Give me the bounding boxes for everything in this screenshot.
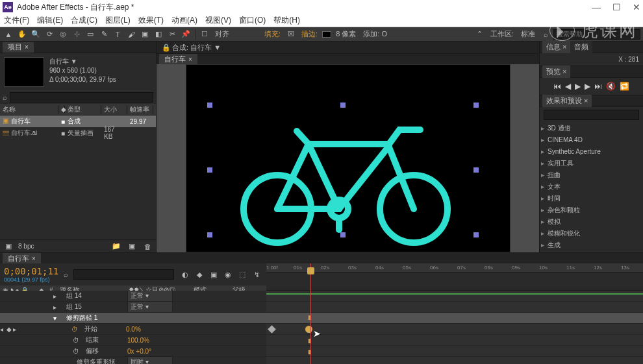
effects-search-input[interactable] xyxy=(544,110,639,120)
new-comp-icon[interactable]: ▣ xyxy=(126,241,138,252)
selection-tool-icon[interactable]: ▲ xyxy=(3,29,14,40)
effect-category[interactable]: ▸生成 xyxy=(540,239,643,251)
effect-category[interactable]: ▸Synthetic Aperture xyxy=(540,146,643,158)
offset-value[interactable]: 0x +0.0° xyxy=(127,348,151,355)
mute-icon[interactable]: 🔇 xyxy=(606,82,616,91)
search-icon[interactable]: ⌕ xyxy=(3,93,7,101)
effect-category[interactable]: ▸杂色和颗粒 xyxy=(540,204,643,216)
trash-icon[interactable]: 🗑 xyxy=(142,241,153,252)
end-value[interactable]: 100.0% xyxy=(127,337,149,344)
effect-category[interactable]: ▸实用工具 xyxy=(540,158,643,169)
project-tab[interactable]: 项目× xyxy=(3,42,34,53)
menu-effect[interactable]: 效果(T) xyxy=(138,15,164,26)
comp-name[interactable]: 自行车 ▼ xyxy=(49,57,116,66)
audio-tab[interactable]: 音频 xyxy=(570,41,592,53)
menu-anim[interactable]: 动画(A) xyxy=(171,15,197,26)
comp-tab[interactable]: 自行车× xyxy=(159,54,197,64)
stopwatch-icon[interactable]: ⏱ xyxy=(71,326,81,333)
effect-category[interactable]: ▸CINEMA 4D xyxy=(540,134,643,146)
menu-comp[interactable]: 合成(C) xyxy=(71,15,97,26)
menu-window[interactable]: 窗口(O) xyxy=(239,15,266,26)
clone-tool-icon[interactable]: ▣ xyxy=(139,29,151,40)
layer-row[interactable]: ▸ 组 14 正常 ▾ xyxy=(0,291,266,302)
anchor-tool-icon[interactable]: ⊹ xyxy=(71,29,82,40)
loop-icon[interactable]: 🔁 xyxy=(620,82,629,91)
keyframe-selected-icon[interactable] xyxy=(305,326,312,333)
text-tool-icon[interactable]: T xyxy=(112,29,123,40)
property-row[interactable]: ⏱ 结束 100.0% xyxy=(0,335,266,346)
timeline-timecode[interactable]: 0;00;01;11 xyxy=(4,266,58,276)
stroke-px[interactable]: 8 像素 xyxy=(333,29,359,39)
prev-frame-icon[interactable]: ◀ xyxy=(565,82,571,91)
property-row[interactable]: ⏱ 偏移 0x +0.0° xyxy=(0,346,266,357)
blend-mode-dropdown[interactable]: 正常 ▾ xyxy=(127,301,173,313)
effect-category[interactable]: ▸文本 xyxy=(540,181,643,193)
info-tab[interactable]: 信息 × xyxy=(542,41,570,53)
blend-mode-dropdown[interactable]: 正常 ▾ xyxy=(127,291,173,302)
bezier-icon[interactable]: ⌃ xyxy=(474,29,486,40)
property-row[interactable]: 修剪多重形状 同时 ▾ xyxy=(0,357,266,364)
preview-tab[interactable]: 预览 × xyxy=(542,66,570,78)
effect-category[interactable]: ▸模拟 xyxy=(540,216,643,228)
puppet-tool-icon[interactable]: 📌 xyxy=(180,29,192,40)
tl-tool-icon[interactable]: ▣ xyxy=(208,269,220,280)
search-icon[interactable]: ⌕ xyxy=(64,271,68,278)
comp-header-label[interactable]: 合成: 自行车 ▼ xyxy=(172,43,221,53)
effect-category[interactable]: ▸扭曲 xyxy=(540,169,643,181)
layer-row[interactable]: ▸ 组 15 正常 ▾ xyxy=(0,302,266,313)
close-icon[interactable]: × xyxy=(188,56,192,63)
keyframe-icon[interactable] xyxy=(268,325,276,334)
timeline-search-input[interactable] xyxy=(73,269,174,280)
col-fps[interactable]: 帧速率 xyxy=(127,105,153,114)
effect-category[interactable]: ▸3D 通道 xyxy=(540,123,643,134)
tl-tool-icon[interactable]: ↯ xyxy=(251,269,262,280)
maximize-button[interactable]: ☐ xyxy=(612,2,621,12)
project-item[interactable]: ▣ 自行车 ■ 合成 29.97 xyxy=(0,115,156,127)
start-value[interactable]: 0.0% xyxy=(126,326,141,333)
rect-tool-icon[interactable]: ▭ xyxy=(84,29,96,40)
menu-view[interactable]: 视图(V) xyxy=(205,15,231,26)
last-frame-icon[interactable]: ⏭ xyxy=(594,82,602,91)
roto-tool-icon[interactable]: ✂ xyxy=(166,29,178,40)
snap-toggle-icon[interactable]: ☐ xyxy=(199,29,210,40)
menu-file[interactable]: 文件(F) xyxy=(4,15,29,26)
pen-tool-icon[interactable]: ✎ xyxy=(98,29,110,40)
menu-help[interactable]: 帮助(H) xyxy=(273,15,300,26)
project-thumbnail[interactable] xyxy=(4,57,44,87)
first-frame-icon[interactable]: ⏮ xyxy=(553,82,561,91)
eraser-tool-icon[interactable]: ◧ xyxy=(153,29,164,40)
stroke-swatch[interactable] xyxy=(322,31,331,38)
workspace-value[interactable]: 标准 xyxy=(518,29,538,39)
layer-row[interactable]: ▾ 修剪路径 1 xyxy=(0,313,266,324)
project-item[interactable]: ▤ 自行车.ai ■ 矢量插画 167 KB xyxy=(0,127,156,139)
brush-tool-icon[interactable]: 🖌 xyxy=(125,29,137,40)
composition-viewer[interactable] xyxy=(157,64,539,252)
time-ruler[interactable]: 1:00f01s02s03s04s05s06s07s08s09s10s11s12… xyxy=(266,263,643,273)
hand-tool-icon[interactable]: ✋ xyxy=(16,29,28,40)
interpret-icon[interactable]: ▣ xyxy=(3,241,14,252)
rotate-tool-icon[interactable]: ⟳ xyxy=(44,29,55,40)
timeline-tracks[interactable]: ▮ ➤ ▮ ▮ xyxy=(266,291,643,364)
col-name[interactable]: 名称 xyxy=(0,105,58,114)
menu-layer[interactable]: 图层(L) xyxy=(105,15,131,26)
close-icon[interactable]: × xyxy=(32,255,36,262)
fill-swatch-icon[interactable]: ☒ xyxy=(285,29,297,40)
close-button[interactable]: ✕ xyxy=(633,2,640,12)
add-label[interactable]: 添加: O xyxy=(360,29,390,39)
lock-icon[interactable]: 🔒 xyxy=(160,42,172,53)
tl-tool-icon[interactable]: ◉ xyxy=(222,269,234,280)
zoom-tool-icon[interactable]: 🔍 xyxy=(30,29,42,40)
col-type[interactable]: 类型 xyxy=(65,105,101,114)
fill-label[interactable]: 填充: xyxy=(262,29,283,39)
tl-tool-icon[interactable]: ⬚ xyxy=(236,269,248,280)
col-label[interactable]: ◆ xyxy=(58,106,65,113)
effects-tab[interactable]: 效果和预设 × xyxy=(542,95,592,107)
close-icon[interactable]: × xyxy=(25,43,29,51)
stroke-label[interactable]: 描边: xyxy=(299,29,320,39)
effect-category[interactable]: ▸时间 xyxy=(540,193,643,204)
col-size[interactable]: 大小 xyxy=(101,105,127,114)
next-frame-icon[interactable]: ▶ xyxy=(585,82,590,91)
property-row[interactable]: ◂◆▸ ⏱ 开始 0.0% xyxy=(0,324,266,335)
playhead-head-icon[interactable] xyxy=(307,267,314,274)
camera-tool-icon[interactable]: ◎ xyxy=(57,29,69,40)
